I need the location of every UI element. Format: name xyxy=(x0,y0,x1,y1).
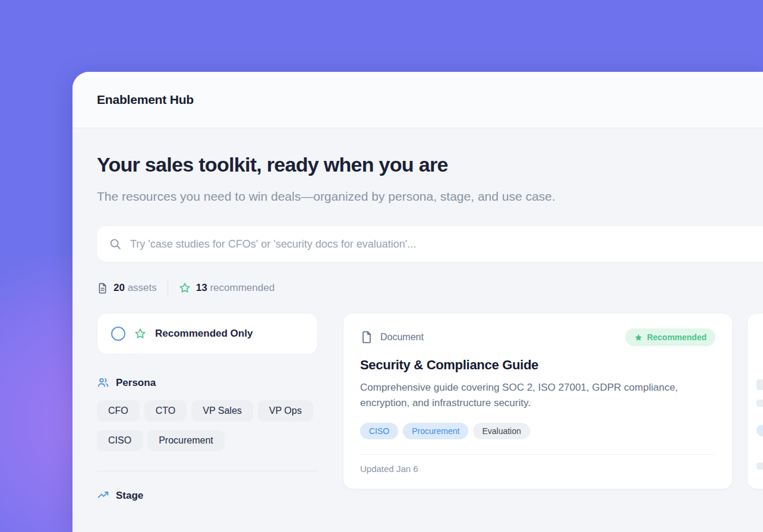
file-icon xyxy=(97,283,108,294)
asset-card-partial[interactable] xyxy=(747,313,763,489)
persona-section-title: Persona xyxy=(116,377,156,389)
recommended-badge-label: Recommended xyxy=(647,332,707,342)
recommended-count: 13 xyxy=(196,282,207,293)
search-input[interactable] xyxy=(130,238,751,251)
persona-chip-cto[interactable]: CTO xyxy=(144,400,187,422)
persona-chip-ciso[interactable]: CISO xyxy=(97,430,143,451)
filters-sidebar: Recommended Only Persona CFO CTO VP Sale… xyxy=(97,313,318,502)
stage-section-title: Stage xyxy=(116,490,143,502)
persona-chips: CFO CTO VP Sales VP Ops CISO Procurement xyxy=(97,400,318,451)
assets-stat: 20 assets xyxy=(97,282,157,294)
users-icon xyxy=(97,376,109,389)
card-updated-date: Updated Jan 6 xyxy=(360,455,715,483)
persona-chip-vp-ops[interactable]: VP Ops xyxy=(258,400,313,422)
asset-cards-row: Document Recommended Security & Complian… xyxy=(343,313,763,502)
star-outline-icon xyxy=(134,328,146,340)
partial-card-placeholder xyxy=(756,425,763,436)
app-title: Enablement Hub xyxy=(97,93,194,107)
tag-procurement[interactable]: Procurement xyxy=(403,423,468,439)
recommended-stat: 13 recommended xyxy=(179,282,275,294)
stage-section-header: Stage xyxy=(97,489,318,502)
trending-up-icon xyxy=(97,489,109,502)
main-panel: Enablement Hub Your sales toolkit, ready… xyxy=(72,72,763,532)
recommended-only-label: Recommended Only xyxy=(155,328,253,340)
search-icon xyxy=(109,238,122,251)
card-description: Comprehensive guide covering SOC 2, ISO … xyxy=(360,380,706,410)
main-layout: Recommended Only Persona CFO CTO VP Sale… xyxy=(97,313,763,502)
persona-chip-vp-sales[interactable]: VP Sales xyxy=(191,400,253,422)
tag-ciso[interactable]: CISO xyxy=(360,423,398,439)
page-title: Your sales toolkit, ready when you are xyxy=(97,153,763,176)
asset-card-security-compliance-guide[interactable]: Document Recommended Security & Complian… xyxy=(343,313,733,489)
persona-chip-cfo[interactable]: CFO xyxy=(97,400,140,422)
page-subtitle: The resources you need to win deals—orga… xyxy=(97,186,593,207)
app-header: Enablement Hub xyxy=(72,72,763,128)
recommended-label: recommended xyxy=(210,282,275,293)
content-area: Your sales toolkit, ready when you are T… xyxy=(72,128,763,502)
card-title: Security & Compliance Guide xyxy=(360,357,715,373)
tag-evaluation[interactable]: Evaluation xyxy=(473,423,529,439)
assets-count: 20 xyxy=(113,282,125,293)
partial-card-placeholder xyxy=(756,379,763,390)
recommended-only-toggle[interactable]: Recommended Only xyxy=(97,313,318,354)
partial-card-placeholder xyxy=(756,463,763,470)
partial-card-placeholder xyxy=(756,400,763,407)
sidebar-divider xyxy=(97,471,318,471)
file-icon xyxy=(360,331,373,344)
recommended-badge: Recommended xyxy=(625,328,715,346)
card-tags: CISO Procurement Evaluation xyxy=(360,423,715,439)
star-filled-icon xyxy=(634,333,643,342)
star-outline-icon xyxy=(179,282,191,294)
stats-divider xyxy=(168,281,168,295)
toggle-radio-circle[interactable] xyxy=(111,327,125,341)
card-header-row: Document Recommended xyxy=(360,328,715,346)
card-type: Document xyxy=(360,331,424,344)
card-type-label: Document xyxy=(380,332,424,343)
persona-section-header: Persona xyxy=(97,376,318,389)
persona-chip-procurement[interactable]: Procurement xyxy=(147,430,225,451)
stats-row: 20 assets 13 recommended xyxy=(97,281,763,295)
assets-label: assets xyxy=(128,282,157,293)
search-bar[interactable] xyxy=(97,226,763,262)
